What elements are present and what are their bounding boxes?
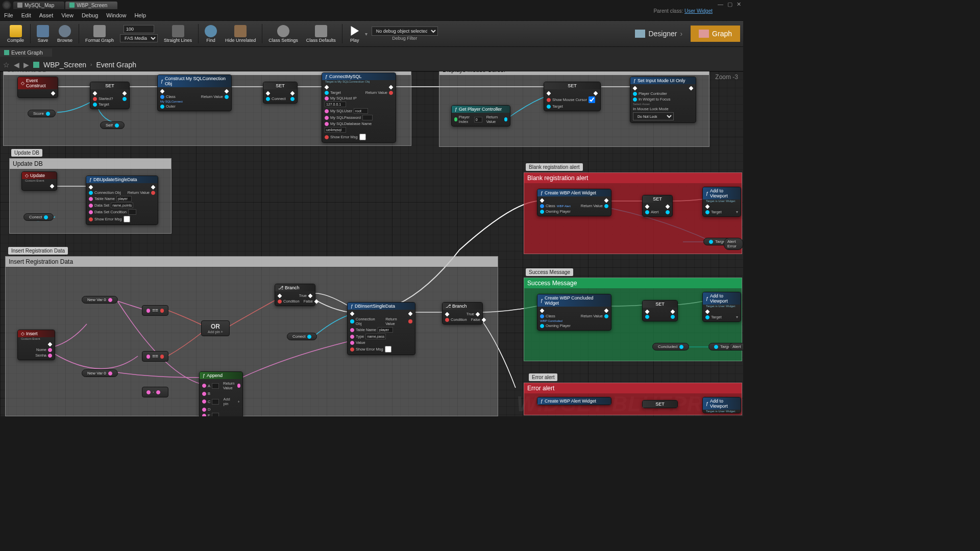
- checkbox-err-1[interactable]: [124, 216, 130, 222]
- maximize-icon[interactable]: ▢: [727, 1, 732, 8]
- var-score[interactable]: Score: [28, 110, 56, 117]
- close-icon[interactable]: ✕: [737, 1, 741, 8]
- comment-title: Connect to DB: [7, 71, 46, 73]
- parent-class-link[interactable]: User Widget: [684, 8, 713, 14]
- node-add-viewport-1[interactable]: ƒAdd to Viewport Target is User Widget T…: [702, 187, 741, 217]
- label-update-db: Update DB: [11, 149, 42, 157]
- select-lock-mode[interactable]: Do Not Lock: [633, 112, 674, 120]
- comment-insert-reg[interactable]: Insert Registration Data: [5, 256, 498, 416]
- play-button[interactable]: Play: [345, 24, 365, 44]
- browse-button[interactable]: Browse: [53, 24, 77, 44]
- node-append[interactable]: ƒAppend A Return Value B C Add pin + D E: [199, 371, 243, 416]
- menu-asset[interactable]: Asset: [39, 12, 54, 18]
- menu-help[interactable]: Help: [134, 12, 146, 18]
- input-password[interactable]: [362, 115, 373, 120]
- favorite-icon[interactable]: ☆: [3, 61, 10, 69]
- fas-median-select[interactable]: FAS Median: [120, 34, 158, 42]
- var-alert-error[interactable]: Alert Error: [724, 238, 743, 250]
- checkbox-show-error[interactable]: [359, 134, 366, 140]
- label-error: Error alert: [529, 373, 557, 381]
- input-host-ip[interactable]: [325, 102, 346, 107]
- node-eq-1[interactable]: ==: [142, 305, 168, 316]
- node-update-event[interactable]: ◇Update Custom Event: [21, 171, 57, 191]
- node-add-viewport-3[interactable]: ƒAdd to Viewport Target is User Widget: [702, 397, 741, 413]
- hide-unrelated-button[interactable]: Hide Unrelated: [221, 24, 260, 44]
- node-or[interactable]: OR Add pin +: [201, 320, 230, 336]
- tab-wbp-screen[interactable]: WBP_Screen: [65, 2, 117, 9]
- input-user[interactable]: [354, 108, 368, 114]
- node-connect-mysql[interactable]: ƒConnectMySQL Target is My SQLConnection…: [322, 72, 396, 143]
- menu-edit[interactable]: Edit: [21, 12, 31, 18]
- fas-value-input[interactable]: [124, 25, 154, 33]
- var-conect-2[interactable]: Conect: [287, 333, 317, 340]
- menu-debug[interactable]: Debug: [82, 12, 98, 18]
- node-set-success[interactable]: SET: [642, 300, 678, 321]
- checkbox-show-cursor[interactable]: [589, 96, 595, 103]
- input-dbname[interactable]: [325, 127, 346, 133]
- node-create-alert-2[interactable]: ƒCreate WBP Alert Widget: [537, 397, 611, 405]
- format-graph-button[interactable]: Format Graph: [81, 24, 118, 44]
- node-set-1[interactable]: SET Started? Target: [90, 82, 130, 109]
- node-set-alert[interactable]: SET Alert: [642, 195, 673, 217]
- node-eq-2[interactable]: ==: [142, 351, 168, 362]
- debug-filter-label: Debug Filter: [392, 36, 417, 41]
- node-event-construct[interactable]: ◇Event Construct: [17, 77, 58, 98]
- var-self[interactable]: Self: [100, 121, 125, 129]
- class-defaults-button[interactable]: Class Defaults: [302, 24, 340, 44]
- node-set-2[interactable]: SET Connect: [263, 82, 298, 104]
- graph-mode-button[interactable]: Graph: [691, 26, 740, 42]
- node-create-alert-1[interactable]: ƒCreate WBP Alert Widget Class WBP Alert…: [537, 189, 611, 216]
- var-newvar0-2[interactable]: New Var 0: [82, 369, 118, 377]
- node-db-update[interactable]: ƒDBUpdateSingleData Connection ObjReturn…: [86, 176, 158, 225]
- input-type[interactable]: [365, 334, 386, 339]
- node-branch-1[interactable]: ⎇Branch True ConditionFalse: [275, 284, 315, 306]
- comment-title: Displays Mouse Cursor: [443, 71, 506, 73]
- node-set-input-mode[interactable]: ƒSet Input Mode UI Only Player Controlle…: [630, 77, 696, 123]
- debug-object-select[interactable]: No debug object selected: [372, 27, 438, 36]
- nav-back-icon[interactable]: ◀: [14, 61, 19, 69]
- designer-mode-button[interactable]: Designer ›: [627, 26, 691, 42]
- var-concluded[interactable]: Concluded: [652, 343, 689, 350]
- menu-file[interactable]: File: [4, 12, 13, 18]
- find-button[interactable]: Find: [201, 24, 221, 44]
- input-a[interactable]: [212, 383, 219, 389]
- straight-lines-button[interactable]: Straight Lines: [160, 24, 196, 44]
- var-conect-1[interactable]: Conect: [23, 213, 54, 221]
- minimize-icon[interactable]: —: [718, 1, 723, 8]
- input-player-index[interactable]: [474, 117, 482, 122]
- class-settings-button[interactable]: Class Settings: [264, 24, 302, 44]
- input-condition[interactable]: [128, 209, 136, 215]
- menu-window[interactable]: Window: [106, 12, 126, 18]
- tab-mysql-map[interactable]: MySQL_Map: [13, 2, 64, 9]
- node-construct-sql[interactable]: ƒConstruct My SQLConnection Obj ClassRet…: [157, 74, 232, 111]
- breadcrumb-root[interactable]: WBP_Screen: [43, 61, 86, 69]
- comment-title: Blank registration alert: [527, 174, 588, 182]
- breadcrumb-leaf[interactable]: Event Graph: [96, 61, 136, 69]
- node-db-insert[interactable]: ƒDBInsertSingleData Connection ObjReturn…: [347, 302, 415, 355]
- node-set-error[interactable]: SET: [642, 400, 678, 408]
- input-table-1[interactable]: [116, 196, 132, 202]
- var-newvar0-1[interactable]: New Var 0: [82, 296, 118, 304]
- input-c[interactable]: [212, 399, 219, 405]
- save-button[interactable]: Save: [33, 24, 53, 44]
- graph-viewport[interactable]: Zoom -3 WIDGET BLUEPRINT: [0, 71, 743, 416]
- zoom-label: Zoom -3: [715, 73, 738, 81]
- node-get-player-controller[interactable]: ƒGet Player Controller Player Index Retu…: [451, 105, 510, 127]
- node-add-viewport-2[interactable]: ƒAdd to Viewport Target is User Widget T…: [702, 292, 741, 322]
- node-insert-event[interactable]: ◇Insert Custom Event Nome Senha: [17, 330, 55, 360]
- play-dropdown-icon[interactable]: ▾: [365, 31, 368, 37]
- node-set-cursor[interactable]: SET Show Mouse Cursor Target: [544, 82, 601, 111]
- graph-tab-event-graph[interactable]: Event Graph: [0, 48, 52, 57]
- input-table-2[interactable]: [378, 327, 393, 333]
- var-alert-2[interactable]: Alert: [729, 343, 743, 350]
- node-create-concluded[interactable]: ƒCreate WBP Concluded Widget ClassReturn…: [537, 294, 611, 331]
- designer-icon: [635, 30, 645, 38]
- checkbox-err-2[interactable]: [385, 346, 391, 353]
- input-dataset[interactable]: [111, 203, 133, 208]
- compile-button[interactable]: Compile: [3, 24, 28, 44]
- node-dot[interactable]: ·: [142, 387, 168, 397]
- menu-view[interactable]: View: [61, 12, 74, 18]
- nav-forward-icon[interactable]: ▶: [23, 61, 29, 69]
- input-e[interactable]: [212, 413, 219, 416]
- node-branch-2[interactable]: ⎇Branch True ConditionFalse: [442, 302, 483, 324]
